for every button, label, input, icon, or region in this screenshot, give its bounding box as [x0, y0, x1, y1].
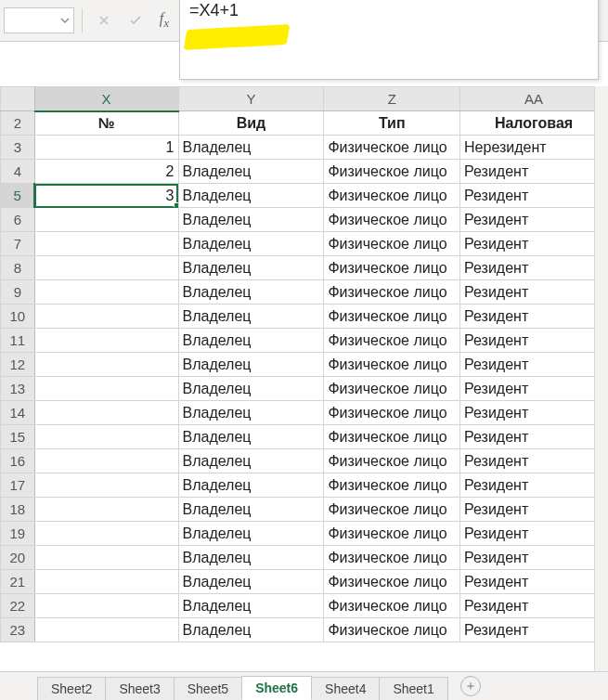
cell[interactable]: 2 [34, 160, 178, 184]
cell[interactable]: Владелец [178, 594, 324, 618]
row-header[interactable]: 16 [1, 449, 35, 473]
cell[interactable]: Физическое лицо [324, 256, 460, 280]
cell[interactable] [34, 232, 178, 256]
row-header[interactable]: 5 [1, 184, 35, 208]
row-header[interactable]: 18 [1, 498, 35, 522]
row-header[interactable]: 13 [1, 377, 35, 401]
cell[interactable]: Владелец [178, 208, 324, 232]
cell[interactable]: Резидент [460, 305, 608, 329]
cell[interactable]: Владелец [178, 136, 324, 160]
column-header-Y[interactable]: Y [178, 87, 324, 111]
cell[interactable] [34, 618, 178, 642]
cell[interactable]: Нерезидент [460, 136, 608, 160]
cell[interactable]: Резидент [460, 377, 608, 401]
cell[interactable]: Физическое лицо [324, 401, 460, 425]
cell[interactable]: Вид [178, 111, 324, 136]
sheet-tab[interactable]: Sheet3 [105, 677, 174, 700]
column-header-AA[interactable]: AA [460, 87, 608, 111]
cell[interactable]: 3 [34, 184, 178, 208]
row-header[interactable]: 15 [1, 425, 35, 449]
row-header[interactable]: 3 [1, 136, 35, 160]
cell[interactable]: Резидент [460, 401, 608, 425]
cell[interactable]: Резидент [460, 184, 608, 208]
row-header[interactable]: 14 [1, 401, 35, 425]
cell[interactable]: Резидент [460, 256, 608, 280]
cell[interactable] [34, 280, 178, 305]
row-header[interactable]: 6 [1, 208, 35, 232]
cell[interactable]: Физическое лицо [324, 522, 460, 546]
cell[interactable]: Резидент [460, 498, 608, 522]
cell[interactable]: Физическое лицо [324, 498, 460, 522]
column-header-Z[interactable]: Z [324, 87, 460, 111]
cell[interactable]: Физическое лицо [324, 546, 460, 570]
cancel-formula-button[interactable] [90, 8, 118, 32]
cell[interactable] [34, 208, 178, 232]
cell[interactable]: № [34, 111, 178, 136]
cell[interactable]: Резидент [460, 232, 608, 256]
cell[interactable]: Физическое лицо [324, 425, 460, 449]
cell[interactable]: Физическое лицо [324, 305, 460, 329]
cell[interactable]: Резидент [460, 160, 608, 184]
cell[interactable] [34, 522, 178, 546]
cell[interactable] [34, 329, 178, 353]
spreadsheet-grid[interactable]: X Y Z AA 2№ВидТипНалоговая31ВладелецФизи… [0, 86, 608, 671]
add-sheet-button[interactable]: ＋ [460, 676, 481, 696]
cell[interactable]: Резидент [460, 570, 608, 594]
sheet-tab[interactable]: Sheet2 [37, 677, 106, 700]
cell[interactable]: Владелец [178, 618, 324, 642]
cell[interactable]: Резидент [460, 353, 608, 377]
cell[interactable]: Владелец [178, 522, 324, 546]
row-header[interactable]: 12 [1, 353, 35, 377]
cell[interactable]: Владелец [178, 232, 324, 256]
cell[interactable]: Физическое лицо [324, 160, 460, 184]
fx-button[interactable]: fx [153, 10, 175, 31]
cell[interactable]: Владелец [178, 280, 324, 305]
name-box[interactable] [4, 7, 74, 33]
row-header[interactable]: 7 [1, 232, 35, 256]
cell[interactable]: Владелец [178, 570, 324, 594]
cell[interactable]: Резидент [460, 473, 608, 498]
row-header[interactable]: 21 [1, 570, 35, 594]
cell[interactable]: Физическое лицо [324, 570, 460, 594]
cell[interactable]: Резидент [460, 280, 608, 305]
cell[interactable] [34, 449, 178, 473]
row-header[interactable]: 10 [1, 305, 35, 329]
cell[interactable]: Владелец [178, 473, 324, 498]
cell[interactable]: Резидент [460, 425, 608, 449]
cell[interactable] [34, 305, 178, 329]
sheet-tab[interactable]: Sheet5 [174, 677, 242, 700]
cell[interactable]: 1 [34, 136, 178, 160]
cell[interactable] [34, 425, 178, 449]
cell[interactable]: Тип [324, 111, 460, 136]
cell[interactable]: Владелец [178, 184, 324, 208]
select-all-corner[interactable] [1, 87, 35, 111]
row-header[interactable]: 11 [1, 329, 35, 353]
cell[interactable] [34, 256, 178, 280]
cell[interactable]: Физическое лицо [324, 208, 460, 232]
cell[interactable]: Резидент [460, 522, 608, 546]
row-header[interactable]: 8 [1, 256, 35, 280]
cell[interactable] [34, 377, 178, 401]
cell[interactable]: Владелец [178, 401, 324, 425]
row-header[interactable]: 17 [1, 473, 35, 498]
row-header[interactable]: 2 [1, 111, 35, 136]
cell[interactable]: Физическое лицо [324, 594, 460, 618]
cell[interactable]: Физическое лицо [324, 377, 460, 401]
cell[interactable]: Владелец [178, 353, 324, 377]
cell[interactable]: Владелец [178, 498, 324, 522]
column-header-X[interactable]: X [34, 87, 178, 111]
cell[interactable]: Физическое лицо [324, 449, 460, 473]
sheet-tab[interactable]: Sheet6 [241, 676, 312, 700]
cell[interactable] [34, 498, 178, 522]
vertical-scrollbar[interactable] [594, 86, 608, 671]
cell[interactable]: Физическое лицо [324, 280, 460, 305]
row-header[interactable]: 9 [1, 280, 35, 305]
cell[interactable]: Физическое лицо [324, 232, 460, 256]
row-header[interactable]: 22 [1, 594, 35, 618]
cell[interactable]: Владелец [178, 305, 324, 329]
cell[interactable]: Физическое лицо [324, 618, 460, 642]
row-header[interactable]: 4 [1, 160, 35, 184]
cell[interactable]: Владелец [178, 256, 324, 280]
cell[interactable]: Резидент [460, 546, 608, 570]
cell[interactable] [34, 594, 178, 618]
